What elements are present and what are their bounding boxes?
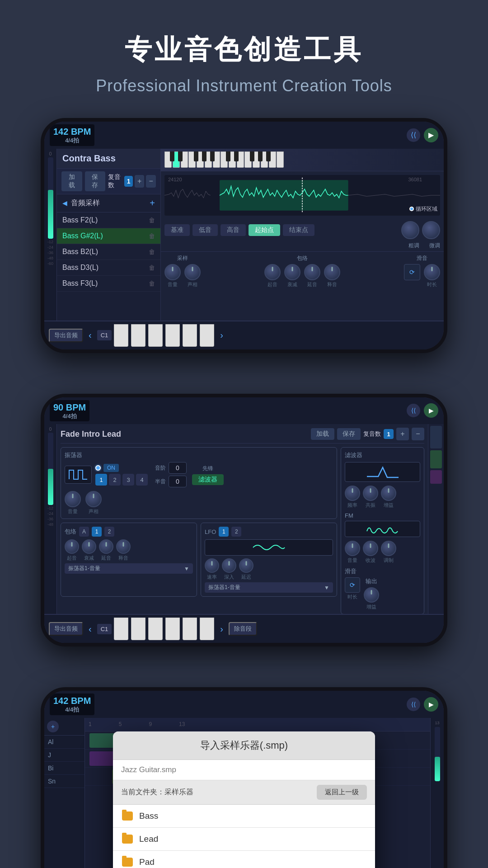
piano-key-white-3[interactable] [148,324,163,347]
synth-load-btn[interactable]: 加载 [311,428,334,440]
fine-knob-coarse[interactable] [401,221,419,239]
osc-pan-knob[interactable] [85,491,102,507]
remove-segment-btn[interactable]: 除音段 [229,622,257,636]
piano-key-white-6[interactable] [200,324,214,347]
folder-bass[interactable]: Bass [113,805,375,828]
env-sustain-knob[interactable] [99,539,113,554]
semitone-val[interactable]: 0 [169,462,187,474]
decay-knob[interactable] [284,264,300,280]
env-tab-2[interactable]: 2 [104,527,114,537]
prev-octave-btn[interactable]: ‹ [85,330,95,340]
fx-icon-btn[interactable]: ⟳ [404,264,420,280]
osc-tab-3[interactable]: 3 [122,474,134,486]
lfo-delay-knob[interactable] [239,558,253,573]
rew-btn-2[interactable]: ⟨⟨ [407,404,420,417]
piano-key-s2-1[interactable] [114,618,128,640]
attack-knob[interactable] [264,264,281,280]
osc-tab-2[interactable]: 2 [109,474,121,486]
filter-freq-knob[interactable] [345,486,360,501]
env-release-knob[interactable] [116,539,131,554]
trash-icon-4[interactable]: 🗑 [149,280,155,287]
env-decay-knob[interactable] [82,539,96,554]
load-btn[interactable]: 加载 [61,171,82,191]
import-dialog[interactable]: 导入采样乐器(.smp) Jazz Guitar.smp 当前文件夹：采样乐器 … [113,731,375,868]
back-btn[interactable]: 返回上一级 [317,785,367,800]
filter-wave-display[interactable] [345,462,420,482]
fm-wave-knob[interactable] [363,541,378,556]
cent-val[interactable]: 0 [169,476,187,487]
mode-low-btn[interactable]: 低音 [192,224,218,236]
export-btn-1[interactable]: 导出音频 [49,329,83,342]
lfo-rate-knob[interactable] [205,558,219,573]
piano-key-white-2[interactable] [131,324,145,347]
fm-vol-knob[interactable] [345,541,360,556]
piano-key-s2-6[interactable] [200,618,214,640]
poly-plus-btn[interactable]: + [135,175,145,188]
next-octave-btn[interactable]: › [216,330,227,340]
fm-mod-knob[interactable] [381,541,396,556]
save-btn[interactable]: 保存 [85,171,106,191]
piano-key-white-4[interactable] [165,324,180,347]
rew-btn[interactable]: ⟨⟨ [407,128,420,142]
add-track-btn[interactable]: + [47,721,59,732]
release-knob[interactable] [324,264,340,280]
piano-key-white-5[interactable] [183,324,197,347]
trash-icon-3[interactable]: 🗑 [149,264,155,271]
piano-key-s2-3[interactable] [148,618,163,640]
trash-icon-1[interactable]: 🗑 [149,232,155,240]
export-btn-2[interactable]: 导出音频 [49,622,83,636]
next-octave-btn-2[interactable]: › [216,624,227,634]
sample-item-3[interactable]: Bass D3(L) 🗑 [57,260,160,276]
osc-vol-knob[interactable] [65,491,81,507]
slide-icon[interactable]: ⟳ [345,577,360,593]
synth-poly-minus[interactable]: − [412,428,424,440]
add-sample-btn[interactable]: + [150,198,155,208]
lfo-wave-display[interactable] [205,539,333,556]
piano-key-s2-5[interactable] [183,618,197,640]
prev-octave-btn-2[interactable]: ‹ [85,624,95,634]
output-vol-knob[interactable] [364,587,379,603]
osc-tab-4[interactable]: 4 [136,474,148,486]
synth-poly-plus[interactable]: + [396,428,409,440]
env-tab-A[interactable]: A [79,527,89,537]
sustain-knob[interactable] [304,264,320,280]
sample-item-0[interactable]: Bass F2(L) 🗑 [57,212,160,228]
mode-start-btn[interactable]: 起始点 [249,224,280,236]
vib-select[interactable]: 振荡器1-音量 ▼ [65,563,193,574]
lfo-tab-1[interactable]: 1 [219,527,229,537]
mode-end-btn[interactable]: 结束点 [283,224,314,236]
folder-lead[interactable]: Lead [113,828,375,851]
wave-shape-display[interactable] [65,466,92,484]
mode-base-btn[interactable]: 基准 [164,224,190,236]
piano-key-s2-4[interactable] [165,618,180,640]
play-btn-2[interactable]: ▶ [424,403,438,418]
filter-mode-badge[interactable]: 滤波器 [192,474,224,485]
mode-high-btn[interactable]: 高音 [221,224,246,236]
trash-icon-0[interactable]: 🗑 [149,217,155,224]
waveform-area[interactable]: 24120 36081 循环区域 [164,175,440,216]
duration-knob[interactable] [424,264,440,280]
lfo-depth-knob[interactable] [222,558,236,573]
osc-tab-1[interactable]: 1 [95,474,107,486]
play-btn-3[interactable]: ▶ [424,697,438,712]
pan-knob[interactable] [184,264,201,280]
sample-item-4[interactable]: Bass F3(L) 🗑 [57,276,160,292]
play-btn-1[interactable]: ▶ [424,128,438,142]
sample-item-2[interactable]: Bass B2(L) 🗑 [57,244,160,260]
env-tab-1[interactable]: 1 [92,527,102,537]
trash-icon-2[interactable]: 🗑 [149,248,155,255]
folder-pad[interactable]: Pad [113,851,375,868]
fine-knob-fine[interactable] [422,221,440,239]
filter-gain-knob[interactable] [381,486,396,501]
lfo-tab-2[interactable]: 2 [231,527,241,537]
env-attack-knob[interactable] [65,539,79,554]
poly-minus-btn[interactable]: − [146,175,156,188]
volume-knob[interactable] [164,264,181,280]
sample-item-1[interactable]: Bass G#2(L) 🗑 [57,228,160,244]
piano-key-s2-2[interactable] [131,618,145,640]
lfo-select[interactable]: 振荡器1-音量 ▼ [205,582,333,593]
piano-key-white-1[interactable] [114,324,128,347]
synth-save-btn[interactable]: 保存 [337,428,361,440]
rew-btn-3[interactable]: ⟨⟨ [407,698,420,711]
dialog-search-field[interactable]: Jazz Guitar.smp [113,760,375,780]
